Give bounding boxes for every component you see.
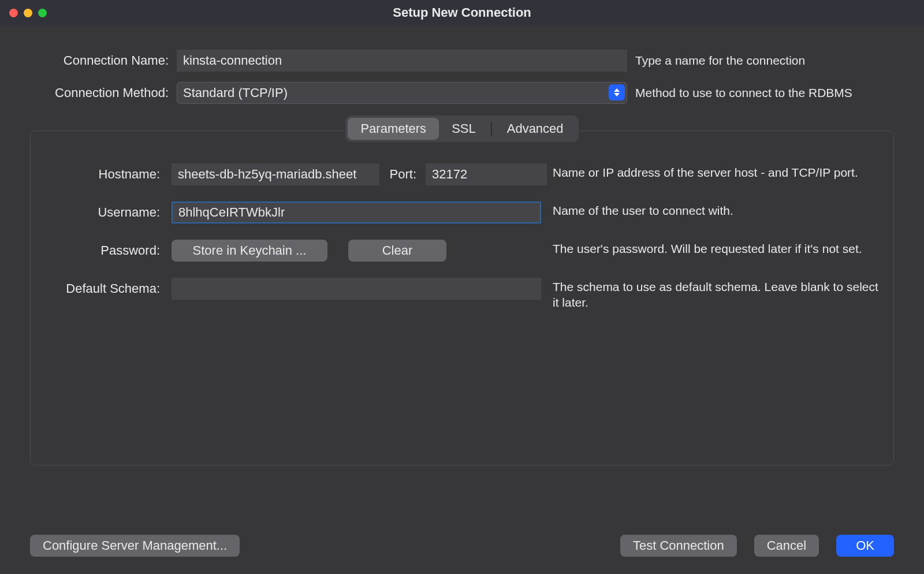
hostname-label: Hostname: <box>44 163 160 185</box>
window-title: Setup New Connection <box>393 5 531 20</box>
hostname-help: Name or IP address of the server host - … <box>553 163 880 180</box>
connection-name-help: Type a name for the connection <box>635 53 894 68</box>
ok-button[interactable]: OK <box>836 535 894 557</box>
username-input[interactable] <box>172 202 541 223</box>
default-schema-help: The schema to use as default schema. Lea… <box>553 278 880 311</box>
tab-ssl[interactable]: SSL <box>439 118 489 140</box>
connection-method-select[interactable] <box>177 82 627 104</box>
clear-password-button[interactable]: Clear <box>348 240 446 262</box>
username-help: Name of the user to connect with. <box>553 202 880 218</box>
tabs: Parameters SSL Advanced <box>345 115 578 142</box>
store-keychain-button[interactable]: Store in Keychain ... <box>172 240 327 262</box>
connection-name-label: Connection Name: <box>30 53 169 68</box>
tab-separator <box>491 122 492 136</box>
parameters-panel: Hostname: Port: Name or IP address of th… <box>30 131 894 465</box>
connection-method-help: Method to use to connect to the RDBMS <box>635 85 894 100</box>
configure-server-button[interactable]: Configure Server Management... <box>30 535 240 557</box>
default-schema-input[interactable] <box>172 278 541 300</box>
test-connection-button[interactable]: Test Connection <box>620 535 737 557</box>
maximize-window-button[interactable] <box>38 9 47 17</box>
password-help: The user's password. Will be requested l… <box>553 240 880 256</box>
default-schema-label: Default Schema: <box>44 278 160 311</box>
port-input[interactable] <box>426 163 547 185</box>
tab-advanced[interactable]: Advanced <box>494 118 576 140</box>
username-label: Username: <box>44 202 160 223</box>
dropdown-chevron-icon <box>609 84 625 100</box>
port-label: Port: <box>385 167 420 182</box>
minimize-window-button[interactable] <box>24 9 32 17</box>
hostname-input[interactable] <box>172 163 379 185</box>
password-label: Password: <box>44 240 160 262</box>
close-window-button[interactable] <box>9 9 18 17</box>
tab-parameters[interactable]: Parameters <box>348 118 439 140</box>
window-controls <box>9 9 47 17</box>
connection-name-input[interactable] <box>177 50 627 72</box>
connection-method-value[interactable] <box>177 82 627 104</box>
cancel-button[interactable]: Cancel <box>754 535 819 557</box>
connection-method-label: Connection Method: <box>30 85 169 100</box>
window-titlebar: Setup New Connection <box>0 0 924 25</box>
